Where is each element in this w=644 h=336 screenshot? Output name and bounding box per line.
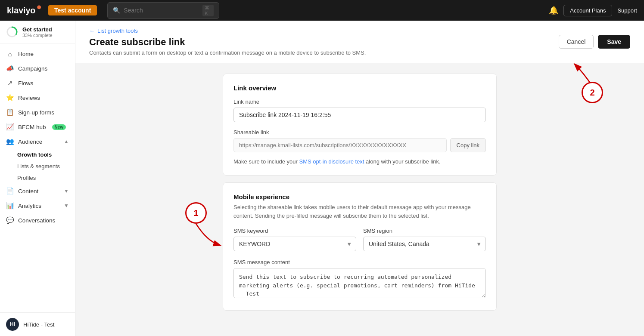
sidebar-user-area[interactable]: HI HiTide - Test (0, 312, 75, 336)
conversations-icon: 💬 (6, 216, 14, 224)
search-box[interactable]: 🔍 ⌘ K (107, 2, 219, 19)
audience-subnav: Growth tools Lists & segments Profiles (0, 149, 75, 184)
sidebar-item-reviews-label: Reviews (18, 95, 40, 101)
content-chevron-icon: ▼ (64, 188, 69, 194)
progress-circle-icon (6, 26, 18, 38)
sidebar-item-audience-label: Audience (18, 139, 42, 145)
sidebar: Get started 33% complete ⌂ Home 📣 Campai… (0, 21, 75, 336)
campaigns-icon: 📣 (6, 65, 14, 72)
get-started-title: Get started (22, 26, 53, 33)
page-title: Create subscribe link (89, 37, 366, 48)
mobile-experience-card: Mobile experience Selecting the shareabl… (223, 182, 497, 311)
avatar: HI (6, 318, 19, 331)
breadcrumb-label: List growth tools (97, 28, 138, 34)
sidebar-item-conversations[interactable]: 💬 Conversations (0, 213, 75, 228)
link-name-input[interactable] (233, 108, 486, 122)
sms-keyword-select[interactable]: KEYWORD (233, 237, 356, 251)
cancel-button[interactable]: Cancel (559, 35, 594, 49)
sidebar-item-analytics-label: Analytics (18, 203, 41, 209)
sidebar-item-reviews[interactable]: ⭐ Reviews (0, 90, 75, 105)
search-shortcut: ⌘ K (202, 5, 214, 16)
sms-message-label: SMS message content (233, 259, 486, 265)
sms-region-select[interactable]: United States, Canada United Kingdom Aus… (363, 237, 486, 251)
sidebar-item-audience[interactable]: 👥 Audience ▲ (0, 134, 75, 149)
sidebar-item-conversations-label: Conversations (18, 217, 55, 224)
sidebar-item-campaigns-label: Campaigns (18, 65, 47, 72)
page-header: ← List growth tools Create subscribe lin… (75, 21, 644, 63)
search-input[interactable] (124, 7, 199, 14)
analytics-chevron-icon: ▼ (64, 203, 69, 209)
annotation-2: 2 (582, 82, 603, 103)
page-subtitle: Contacts can submit a form on desktop or… (89, 49, 366, 56)
sidebar-item-content-label: Content (18, 188, 38, 194)
audience-icon: 👥 (6, 138, 14, 145)
flows-icon: ↗ (6, 79, 14, 87)
account-name-badge: Test account (48, 5, 97, 15)
sidebar-item-home[interactable]: ⌂ Home (0, 47, 75, 61)
sms-disclosure-link[interactable]: SMS opt-in disclosure text (299, 158, 364, 165)
save-button[interactable]: Save (598, 35, 630, 49)
brand-logo-area: klaviyo (7, 4, 41, 16)
annotation-1: 1 (185, 202, 207, 224)
get-started-section[interactable]: Get started 33% complete (0, 21, 75, 43)
sidebar-item-lists-segments[interactable]: Lists & segments (0, 160, 75, 172)
sidebar-item-flows-label: Flows (18, 80, 33, 86)
sidebar-item-analytics[interactable]: 📊 Analytics ▼ (0, 198, 75, 213)
sidebar-item-flows[interactable]: ↗ Flows (0, 76, 75, 90)
copy-link-button[interactable]: Copy link (450, 138, 486, 152)
sidebar-item-content[interactable]: 📄 Content ▼ (0, 184, 75, 198)
link-overview-card: Link overview Link name Shareable link C… (223, 74, 497, 176)
breadcrumb[interactable]: ← List growth tools (89, 28, 366, 34)
sms-disclosure-text: Make sure to include your SMS opt-in dis… (233, 158, 486, 165)
support-button[interactable]: Support (617, 7, 637, 14)
sidebar-item-bfcm-hub-label: BFCM hub (18, 124, 46, 130)
signup-forms-icon: 📋 (6, 108, 14, 116)
shareable-link-row: Copy link (233, 138, 486, 152)
shareable-link-label: Shareable link (233, 129, 486, 136)
audience-chevron-icon: ▲ (64, 139, 69, 145)
bfcm-hub-icon: 📈 (6, 123, 14, 131)
mobile-experience-title: Mobile experience (233, 193, 486, 200)
home-icon: ⌂ (6, 50, 14, 58)
sidebar-item-signup-forms[interactable]: 📋 Sign-up forms (0, 105, 75, 120)
sidebar-item-signup-forms-label: Sign-up forms (18, 109, 54, 116)
link-overview-title: Link overview (233, 84, 486, 92)
annotation-arrow-2 (566, 60, 618, 95)
sms-region-select-wrap: United States, Canada United Kingdom Aus… (363, 237, 486, 251)
breadcrumb-arrow-icon: ← (89, 28, 95, 34)
get-started-subtitle: 33% complete (22, 33, 53, 38)
account-plans-button[interactable]: Account Plans (563, 5, 612, 16)
user-name: HiTide - Test (23, 321, 54, 328)
sidebar-item-campaigns[interactable]: 📣 Campaigns (0, 61, 75, 76)
svg-text:klaviyo: klaviyo (7, 6, 35, 15)
topnav-right: 🔔 Account Plans Support (549, 5, 637, 16)
link-name-label: Link name (233, 99, 486, 105)
sms-region-label: SMS region (363, 228, 486, 234)
sms-keyword-label: SMS keyword (233, 228, 356, 234)
header-actions: Cancel Save (559, 35, 630, 49)
bfcm-new-badge: New (52, 124, 66, 130)
sidebar-nav: ⌂ Home 📣 Campaigns ↗ Flows ⭐ Reviews 📋 S… (0, 43, 75, 312)
analytics-icon: 📊 (6, 202, 14, 210)
svg-point-1 (37, 5, 41, 9)
notification-bell-icon[interactable]: 🔔 (549, 6, 558, 15)
sms-selectors-row: SMS keyword KEYWORD ▼ SMS region Uni (233, 228, 486, 251)
sms-keyword-select-wrap: KEYWORD ▼ (233, 237, 356, 251)
sidebar-item-profiles[interactable]: Profiles (0, 172, 75, 184)
sidebar-item-growth-tools[interactable]: Growth tools (0, 149, 75, 160)
reviews-icon: ⭐ (6, 94, 14, 102)
main-content: ← List growth tools Create subscribe lin… (75, 21, 644, 336)
sidebar-item-home-label: Home (18, 51, 34, 57)
content-icon: 📄 (6, 187, 14, 195)
shareable-link-input (233, 138, 447, 152)
sms-message-textarea[interactable]: Send this text to subscribe to recurring… (233, 268, 486, 298)
form-cards: Link overview Link name Shareable link C… (209, 63, 510, 321)
search-icon: 🔍 (113, 7, 120, 14)
mobile-experience-description: Selecting the shareable link takes mobil… (233, 203, 486, 220)
top-navigation: klaviyo Test account 🔍 ⌘ K 🔔 Account Pla… (0, 0, 644, 21)
sidebar-item-bfcm-hub[interactable]: 📈 BFCM hub New (0, 120, 75, 134)
